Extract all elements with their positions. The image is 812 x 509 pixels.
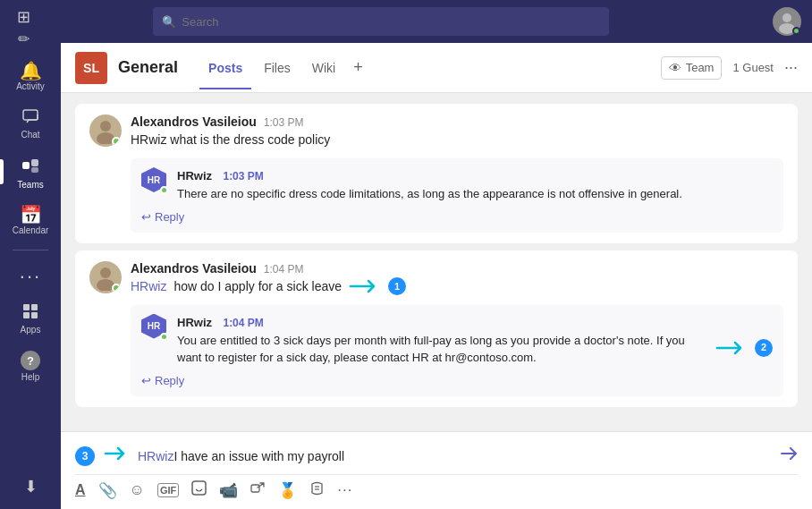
sidebar-label-teams: Teams — [17, 181, 43, 190]
sidebar-item-activity[interactable]: 🔔 Activity — [0, 55, 61, 97]
channel-tabs: Posts Files Wiki + — [199, 47, 368, 89]
toolbar-meet-icon[interactable]: 📹 — [219, 481, 238, 500]
team-abbr: SL — [83, 61, 99, 75]
msg-body-2: how do I apply for a sick leave — [173, 277, 342, 296]
arrow-annotation-1: 1 — [349, 277, 406, 295]
sidebar-item-calendar[interactable]: 📅 Calendar — [0, 199, 61, 241]
add-tab-button[interactable]: + — [348, 47, 368, 88]
compose-toolbar: A 📎 ☺ GIF 📹 🏅 — [75, 474, 798, 500]
help-icon: ? — [21, 351, 40, 370]
bot-avatar-2: HR — [141, 314, 168, 341]
arrow-badge-1: 1 — [388, 277, 406, 295]
reply-author-2: HRwiz — [177, 316, 212, 329]
arrow-annotation-2: 2 — [715, 339, 773, 357]
grid-icon[interactable]: ⊞ — [17, 7, 30, 27]
toolbar-praise-icon[interactable]: 🏅 — [278, 481, 297, 500]
svg-rect-0 — [23, 110, 38, 120]
header-right — [773, 7, 801, 36]
toolbar-sticker-icon[interactable] — [191, 480, 207, 500]
reply-content-2: HRwiz 1:04 PM You are entitled to 3 sick… — [177, 314, 773, 367]
team-badge[interactable]: 👁 Team — [661, 56, 723, 80]
download-icon: ⬇ — [24, 477, 38, 496]
avatar-alexandros-1 — [89, 115, 122, 147]
channel-header: SL General Posts Files Wiki + 👁 Team 1 G… — [61, 43, 812, 93]
tab-posts[interactable]: Posts — [199, 47, 251, 89]
reply-author-1: HRwiz — [177, 169, 212, 182]
cyan-arrow-1 — [349, 278, 381, 294]
sidebar-label-calendar: Calendar — [13, 226, 49, 235]
sidebar-item-help[interactable]: ? Help — [0, 344, 61, 387]
search-input[interactable] — [182, 15, 600, 29]
msg-header-2: Alexandros Vasileiou 1:04 PM — [131, 261, 783, 276]
search-box[interactable]: 🔍 — [153, 7, 609, 36]
svg-rect-7 — [31, 312, 38, 318]
team-badge-label: Team — [686, 61, 715, 74]
online-dot-1 — [112, 137, 121, 146]
header-bar: 🔍 — [61, 0, 812, 43]
msg-content-1: Alexandros Vasileiou 1:03 PM HRwiz what … — [131, 115, 783, 233]
svg-rect-4 — [23, 304, 30, 310]
svg-point-10 — [100, 121, 111, 131]
sidebar-item-more[interactable]: ··· — [0, 259, 61, 292]
sidebar-item-chat[interactable]: Chat — [0, 100, 61, 145]
compose-mention[interactable]: HRwiz — [138, 449, 173, 463]
svg-point-12 — [100, 267, 111, 278]
toolbar-attach-icon[interactable]: 📎 — [98, 481, 117, 500]
reply-label-2: Reply — [155, 374, 184, 387]
team-avatar: SL — [75, 52, 107, 84]
sidebar-nav: 🔔 Activity Chat Teams — [0, 55, 61, 387]
compose-icon[interactable]: ✏ — [18, 30, 30, 47]
message-row-2: Alexandros Vasileiou 1:04 PM HRwiz how d… — [89, 261, 783, 396]
msg-author-1: Alexandros Vasileiou — [131, 115, 257, 129]
reply-arrow-icon-1: ↩ — [141, 210, 151, 224]
send-button[interactable] — [780, 445, 798, 467]
channel-more-button[interactable]: ··· — [784, 58, 798, 77]
compose-text-area[interactable]: HRwiz I have an issue with my payroll — [138, 449, 773, 463]
msg-header-1: Alexandros Vasileiou 1:03 PM — [131, 115, 783, 129]
compose-area: 3 HRwiz I have an issue with my payroll … — [61, 431, 812, 509]
calendar-icon: 📅 — [20, 206, 42, 224]
toolbar-gif-icon[interactable]: GIF — [157, 483, 179, 497]
mention-hrwiz-2[interactable]: HRwiz — [131, 277, 166, 296]
online-dot-2 — [112, 284, 121, 293]
sidebar-item-apps[interactable]: Apps — [0, 295, 61, 340]
sidebar-item-download[interactable]: ⬇ — [0, 470, 61, 502]
sidebar-item-teams[interactable]: Teams — [0, 148, 61, 195]
reply-row-2: HR HRwiz 1:04 PM You are entitled to 3 s… — [141, 314, 773, 367]
toolbar-emoji-icon[interactable]: ☺ — [130, 481, 145, 499]
reply-row-1: HR HRwiz 1:03 PM There are no specific d… — [141, 167, 773, 203]
activity-icon: 🔔 — [20, 62, 42, 80]
tab-files[interactable]: Files — [255, 47, 300, 89]
message-thread-2: Alexandros Vasileiou 1:04 PM HRwiz how d… — [75, 250, 798, 407]
msg-time-2: 1:04 PM — [264, 263, 304, 276]
compose-body-text: I have an issue with my payroll — [173, 449, 344, 463]
sidebar-label-activity: Activity — [16, 82, 45, 91]
reply-time-1: 1:03 PM — [223, 170, 263, 182]
toolbar-forms-icon[interactable] — [309, 480, 325, 500]
user-avatar[interactable] — [773, 7, 801, 36]
msg-time-1: 1:03 PM — [264, 116, 304, 129]
reply-arrow-icon-2: ↩ — [141, 374, 151, 387]
message-thread-1: Alexandros Vasileiou 1:03 PM HRwiz what … — [75, 104, 798, 243]
guest-badge: 1 Guest — [732, 61, 774, 74]
chat-icon — [21, 107, 39, 128]
teams-icon — [21, 156, 40, 178]
active-indicator — [0, 159, 4, 184]
msg-text-2: HRwiz how do I apply for a sick leave 1 — [131, 277, 783, 296]
svg-rect-3 — [31, 167, 38, 173]
reply-text-2: You are entitled to 3 sick days per mont… — [177, 332, 773, 367]
sidebar-bottom: ⬇ — [0, 470, 61, 509]
toolbar-share-icon[interactable] — [250, 480, 266, 500]
reply-button-1[interactable]: ↩ Reply — [141, 210, 773, 224]
reply-label-1: Reply — [155, 210, 184, 224]
channel-name: General — [118, 58, 178, 77]
reply-button-2[interactable]: ↩ Reply — [141, 374, 773, 387]
msg-text-1: HRwiz what is the dress code policy — [131, 131, 783, 149]
toolbar-more-icon[interactable]: ··· — [337, 481, 352, 499]
tab-wiki[interactable]: Wiki — [303, 47, 344, 89]
svg-rect-2 — [31, 159, 38, 166]
sidebar-divider — [13, 250, 48, 250]
compose-badge: 3 — [75, 446, 95, 466]
toolbar-format-icon[interactable]: A — [75, 482, 86, 498]
avatar-alexandros-2 — [89, 261, 122, 293]
